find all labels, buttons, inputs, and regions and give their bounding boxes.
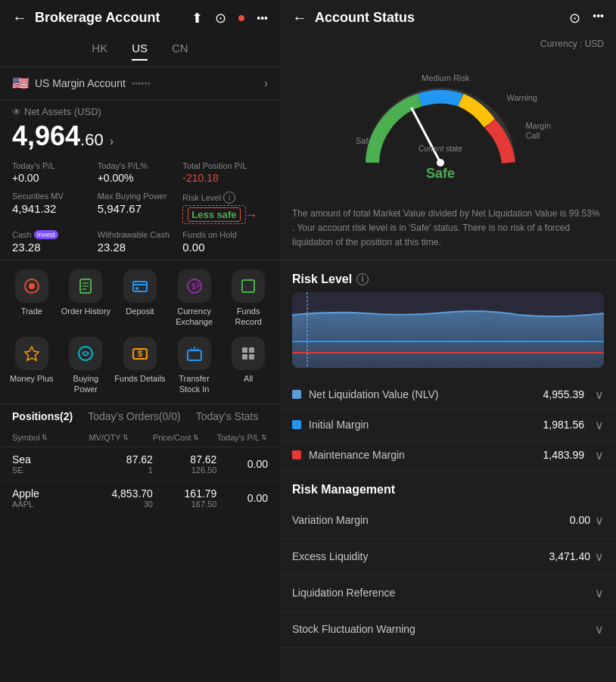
- pos-sea-symbol: Sea SE: [12, 453, 89, 475]
- pl-row: Today's P/L +0.00 Today's P/L% +0.00% To…: [0, 158, 280, 187]
- right-search-icon[interactable]: ⊙: [569, 10, 580, 26]
- risk-management-title: Risk Management: [280, 471, 616, 503]
- tab-hk[interactable]: HK: [92, 42, 107, 61]
- funds-record-icon: [232, 269, 265, 303]
- trade-label: Trade: [21, 306, 42, 316]
- search-icon[interactable]: ⊙: [215, 10, 226, 26]
- todays-pl-pct: Today's P/L% +0.00%: [98, 161, 183, 184]
- right-panel: ← Account Status ⊙ ••• Currency : USD Sa…: [280, 0, 616, 682]
- share-icon[interactable]: ⬆: [191, 10, 203, 26]
- svg-rect-22: [242, 347, 247, 353]
- positions-tabs: Positions(2) Today's Orders(0/0) Today's…: [0, 403, 280, 428]
- right-header: ← Account Status ⊙ •••: [280, 0, 616, 36]
- svg-point-8: [135, 287, 138, 290]
- gauge-container: Safe Medium Risk Warning MarginCall: [280, 52, 616, 198]
- buying-power-icon: [69, 337, 102, 370]
- securities-mv: Securities MV 4,941.32: [12, 192, 98, 224]
- action-currency-exchange[interactable]: $ Currency Exchange: [169, 269, 220, 328]
- position-row-sea[interactable]: Sea SE 87.62 1 87.62 126.50 0.00: [0, 447, 280, 481]
- total-position-pl: Total Position P/L -210.18: [182, 161, 268, 184]
- svg-text:$: $: [138, 349, 142, 358]
- left-panel: ← Brokerage Account ⬆ ⊙ ••• HK US CN 🇺🇸 …: [0, 0, 280, 682]
- deposit-icon: [123, 269, 157, 303]
- more-icon[interactable]: •••: [257, 12, 268, 24]
- net-assets-value: 4,964 .60 ›: [0, 119, 280, 158]
- liquidation-reference-label: Liquidation Reference: [292, 587, 595, 599]
- eye-icon[interactable]: 👁: [12, 107, 21, 117]
- action-deposit[interactable]: Deposit: [114, 269, 166, 328]
- right-header-icons: ⊙ •••: [569, 10, 604, 26]
- right-more-icon[interactable]: •••: [593, 10, 604, 26]
- svg-rect-25: [249, 354, 254, 360]
- maintenance-margin-value: 1,483.99: [543, 449, 585, 461]
- mgmt-excess-liquidity[interactable]: Excess Liquidity 3,471.40 ∨: [280, 539, 616, 575]
- account-arrow-icon: ›: [264, 76, 268, 90]
- action-buying-power[interactable]: Buying Power: [61, 337, 112, 395]
- svg-text:Current state: Current state: [418, 145, 462, 153]
- nlv-label: Net Liquidation Value (NLV): [309, 388, 536, 400]
- tab-positions[interactable]: Positions(2): [12, 410, 73, 422]
- legend-initial-margin[interactable]: Initial Margin 1,981.56 ∨: [280, 410, 616, 441]
- svg-rect-21: [188, 350, 201, 360]
- pos-sea-pl: 0.00: [216, 458, 268, 470]
- positions-header: Symbol ⇅ MV/QTY ⇅ Price/Cost ⇅ Today's P…: [0, 428, 280, 447]
- action-order-history[interactable]: Order History: [61, 269, 112, 328]
- action-all[interactable]: All: [222, 337, 274, 395]
- variation-margin-expand-icon: ∨: [595, 513, 604, 528]
- action-trade[interactable]: Trade: [6, 269, 58, 328]
- quick-actions-row1: Trade Order History Deposit $ Currency E…: [0, 260, 280, 337]
- mgmt-variation-margin[interactable]: Variation Margin 0.00 ∨: [280, 503, 616, 539]
- all-icon: [232, 337, 265, 370]
- deposit-label: Deposit: [126, 306, 154, 316]
- initial-margin-expand-icon: ∨: [595, 418, 604, 432]
- tab-today-orders[interactable]: Today's Orders(0/0): [88, 410, 181, 422]
- invest-badge[interactable]: Invest: [34, 230, 58, 239]
- tab-cn[interactable]: CN: [172, 42, 188, 61]
- svg-point-18: [79, 347, 92, 360]
- right-page-title: Account Status: [315, 10, 569, 26]
- action-funds-record[interactable]: Funds Record: [222, 269, 274, 328]
- excess-liquidity-expand-icon: ∨: [595, 550, 604, 564]
- order-history-icon: [69, 269, 102, 303]
- svg-line-26: [412, 108, 440, 163]
- tab-us[interactable]: US: [132, 42, 148, 61]
- maintenance-margin-label: Maintenance Margin: [309, 449, 536, 461]
- risk-level[interactable]: Risk Level i Less safe →: [182, 192, 268, 224]
- col-pl: Today's P/L ⇅: [216, 433, 268, 442]
- funds-details-label: Funds Details: [114, 373, 165, 384]
- excess-liquidity-label: Excess Liquidity: [292, 550, 549, 562]
- legend-maintenance-margin[interactable]: Maintenance Margin 1,483.99 ∨: [280, 441, 616, 471]
- tab-today-stats[interactable]: Today's Stats: [196, 410, 259, 422]
- mgmt-stock-fluctuation[interactable]: Stock Fluctuation Warning ∨: [280, 612, 616, 648]
- stats-grid: Securities MV 4,941.32 Max Buying Power …: [0, 187, 280, 229]
- risk-info-icon[interactable]: i: [223, 192, 235, 204]
- risk-level-info-icon[interactable]: i: [356, 273, 369, 285]
- right-back-button[interactable]: ←: [292, 9, 307, 26]
- action-money-plus[interactable]: Money Plus: [6, 337, 58, 395]
- cash-row: Cash Invest 23.28 Withdrawable Cash 23.2…: [0, 229, 280, 260]
- svg-text:$: $: [191, 282, 196, 291]
- market-tabs: HK US CN: [0, 36, 280, 67]
- funds-details-icon: $: [123, 337, 157, 370]
- page-title: Brokerage Account: [35, 10, 191, 26]
- stock-fluctuation-expand-icon: ∨: [595, 622, 604, 637]
- position-row-apple[interactable]: Apple AAPL 4,853.70 30 161.79 167.50 0.0…: [0, 481, 280, 515]
- risk-level-title: Risk Level i: [280, 260, 616, 292]
- svg-point-1: [29, 283, 35, 289]
- action-funds-details[interactable]: $ Funds Details: [114, 337, 166, 395]
- col-mv: MV/QTY ⇅: [89, 433, 153, 442]
- mgmt-liquidation-reference[interactable]: Liquidation Reference ∨: [280, 575, 616, 612]
- money-plus-icon: [15, 337, 48, 370]
- initial-margin-label: Initial Margin: [309, 419, 536, 431]
- pos-sea-price: 87.62 126.50: [153, 453, 217, 475]
- back-button[interactable]: ←: [12, 9, 27, 26]
- quick-actions-row2: Money Plus Buying Power $ Funds Details …: [0, 337, 280, 404]
- risk-badge: Less safe: [188, 207, 240, 222]
- arrow-right-icon: →: [244, 207, 258, 223]
- legend-nlv[interactable]: Net Liquidation Value (NLV) 4,955.39 ∨: [280, 380, 616, 410]
- nlv-value: 4,955.39: [543, 388, 585, 400]
- account-selector[interactable]: 🇺🇸 US Margin Account •••••• ›: [0, 67, 280, 100]
- risk-badge-box: Less safe: [182, 205, 245, 224]
- stock-fluctuation-label: Stock Fluctuation Warning: [292, 623, 595, 635]
- action-transfer-stock[interactable]: Transfer Stock In: [169, 337, 220, 395]
